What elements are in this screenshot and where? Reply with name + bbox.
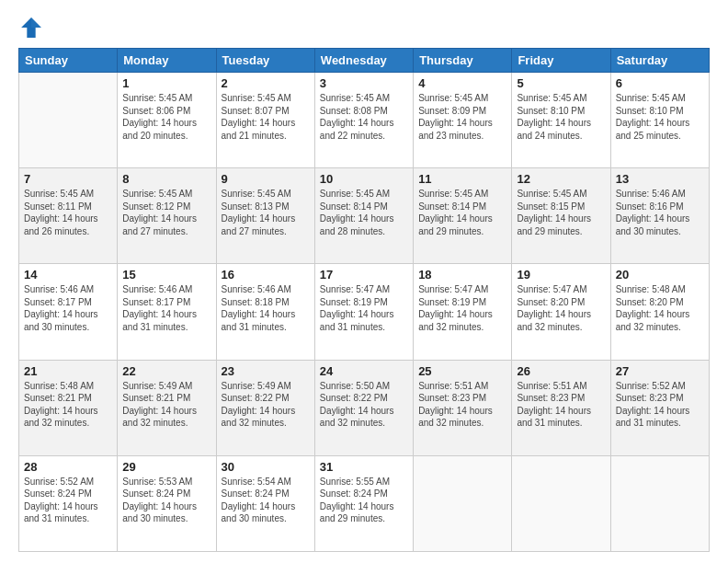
day-number: 14 (24, 268, 112, 282)
calendar-cell: 23Sunrise: 5:49 AMSunset: 8:22 PMDayligh… (216, 360, 314, 455)
day-header-wednesday: Wednesday (314, 49, 413, 73)
calendar-cell: 30Sunrise: 5:54 AMSunset: 8:24 PMDayligh… (216, 455, 314, 551)
calendar-cell: 1Sunrise: 5:45 AMSunset: 8:06 PMDaylight… (118, 73, 216, 168)
day-number: 23 (222, 364, 310, 378)
logo (18, 15, 48, 40)
svg-marker-1 (31, 17, 41, 28)
calendar-cell: 11Sunrise: 5:45 AMSunset: 8:14 PMDayligh… (414, 168, 512, 264)
cell-info: Sunrise: 5:45 AMSunset: 8:10 PMDaylight:… (517, 92, 605, 142)
day-number: 22 (122, 364, 210, 378)
cell-info: Sunrise: 5:47 AMSunset: 8:20 PMDaylight:… (517, 283, 605, 333)
cell-info: Sunrise: 5:45 AMSunset: 8:06 PMDaylight:… (122, 92, 210, 142)
day-number: 17 (320, 268, 408, 282)
day-number: 24 (320, 364, 408, 378)
calendar-cell: 18Sunrise: 5:47 AMSunset: 8:19 PMDayligh… (414, 264, 512, 360)
calendar-cell: 19Sunrise: 5:47 AMSunset: 8:20 PMDayligh… (512, 264, 610, 360)
day-number: 30 (222, 460, 310, 474)
cell-info: Sunrise: 5:52 AMSunset: 8:23 PMDaylight:… (616, 380, 704, 430)
cell-info: Sunrise: 5:47 AMSunset: 8:19 PMDaylight:… (320, 283, 408, 333)
day-number: 31 (320, 460, 408, 474)
calendar-week-row: 1Sunrise: 5:45 AMSunset: 8:06 PMDaylight… (19, 73, 710, 168)
calendar-cell (610, 455, 709, 551)
calendar-header-row: SundayMondayTuesdayWednesdayThursdayFrid… (19, 49, 710, 73)
day-number: 11 (418, 172, 506, 186)
day-number: 18 (418, 268, 506, 282)
calendar-cell: 28Sunrise: 5:52 AMSunset: 8:24 PMDayligh… (19, 455, 118, 551)
calendar-cell: 17Sunrise: 5:47 AMSunset: 8:19 PMDayligh… (314, 264, 413, 360)
cell-info: Sunrise: 5:46 AMSunset: 8:17 PMDaylight:… (122, 283, 210, 333)
day-number: 1 (122, 76, 210, 90)
cell-info: Sunrise: 5:45 AMSunset: 8:15 PMDaylight:… (517, 188, 605, 237)
calendar-table: SundayMondayTuesdayWednesdayThursdayFrid… (18, 48, 710, 552)
day-number: 6 (616, 76, 704, 90)
page: SundayMondayTuesdayWednesdayThursdayFrid… (0, 0, 728, 563)
calendar-cell: 21Sunrise: 5:48 AMSunset: 8:21 PMDayligh… (19, 360, 118, 455)
calendar-cell: 22Sunrise: 5:49 AMSunset: 8:21 PMDayligh… (118, 360, 216, 455)
calendar-cell: 12Sunrise: 5:45 AMSunset: 8:15 PMDayligh… (512, 168, 610, 264)
cell-info: Sunrise: 5:45 AMSunset: 8:12 PMDaylight:… (122, 188, 210, 237)
day-number: 5 (517, 76, 605, 90)
day-number: 13 (616, 172, 704, 186)
day-number: 12 (517, 172, 605, 186)
calendar-cell: 7Sunrise: 5:45 AMSunset: 8:11 PMDaylight… (19, 168, 118, 264)
day-header-thursday: Thursday (414, 49, 512, 73)
calendar-cell (19, 73, 118, 168)
day-number: 20 (616, 268, 704, 282)
calendar-cell: 20Sunrise: 5:48 AMSunset: 8:20 PMDayligh… (610, 264, 709, 360)
calendar-cell: 15Sunrise: 5:46 AMSunset: 8:17 PMDayligh… (118, 264, 216, 360)
calendar-week-row: 21Sunrise: 5:48 AMSunset: 8:21 PMDayligh… (19, 360, 710, 455)
calendar-cell: 25Sunrise: 5:51 AMSunset: 8:23 PMDayligh… (414, 360, 512, 455)
day-number: 2 (222, 76, 310, 90)
calendar-cell: 31Sunrise: 5:55 AMSunset: 8:24 PMDayligh… (314, 455, 413, 551)
cell-info: Sunrise: 5:51 AMSunset: 8:23 PMDaylight:… (517, 380, 605, 430)
cell-info: Sunrise: 5:51 AMSunset: 8:23 PMDaylight:… (418, 380, 506, 430)
day-number: 9 (222, 172, 310, 186)
cell-info: Sunrise: 5:46 AMSunset: 8:18 PMDaylight:… (222, 283, 310, 333)
cell-info: Sunrise: 5:48 AMSunset: 8:20 PMDaylight:… (616, 283, 704, 333)
cell-info: Sunrise: 5:45 AMSunset: 8:09 PMDaylight:… (418, 92, 506, 142)
cell-info: Sunrise: 5:45 AMSunset: 8:07 PMDaylight:… (222, 92, 310, 142)
calendar-cell: 29Sunrise: 5:53 AMSunset: 8:24 PMDayligh… (118, 455, 216, 551)
calendar-week-row: 28Sunrise: 5:52 AMSunset: 8:24 PMDayligh… (19, 455, 710, 551)
cell-info: Sunrise: 5:52 AMSunset: 8:24 PMDaylight:… (24, 476, 112, 525)
cell-info: Sunrise: 5:50 AMSunset: 8:22 PMDaylight:… (320, 380, 408, 430)
header (18, 15, 710, 40)
day-number: 15 (122, 268, 210, 282)
day-number: 4 (418, 76, 506, 90)
day-number: 25 (418, 364, 506, 378)
calendar-cell: 24Sunrise: 5:50 AMSunset: 8:22 PMDayligh… (314, 360, 413, 455)
calendar-cell: 3Sunrise: 5:45 AMSunset: 8:08 PMDaylight… (314, 73, 413, 168)
cell-info: Sunrise: 5:45 AMSunset: 8:14 PMDaylight:… (418, 188, 506, 237)
calendar-cell: 10Sunrise: 5:45 AMSunset: 8:14 PMDayligh… (314, 168, 413, 264)
calendar-cell: 14Sunrise: 5:46 AMSunset: 8:17 PMDayligh… (19, 264, 118, 360)
calendar-cell: 13Sunrise: 5:46 AMSunset: 8:16 PMDayligh… (610, 168, 709, 264)
cell-info: Sunrise: 5:46 AMSunset: 8:17 PMDaylight:… (24, 283, 112, 333)
day-number: 29 (122, 460, 210, 474)
cell-info: Sunrise: 5:54 AMSunset: 8:24 PMDaylight:… (222, 476, 310, 525)
day-number: 7 (24, 172, 112, 186)
cell-info: Sunrise: 5:55 AMSunset: 8:24 PMDaylight:… (320, 476, 408, 525)
cell-info: Sunrise: 5:47 AMSunset: 8:19 PMDaylight:… (418, 283, 506, 333)
calendar-cell (512, 455, 610, 551)
day-number: 27 (616, 364, 704, 378)
calendar-cell: 6Sunrise: 5:45 AMSunset: 8:10 PMDaylight… (610, 73, 709, 168)
day-number: 16 (222, 268, 310, 282)
calendar-cell: 2Sunrise: 5:45 AMSunset: 8:07 PMDaylight… (216, 73, 314, 168)
cell-info: Sunrise: 5:45 AMSunset: 8:10 PMDaylight:… (616, 92, 704, 142)
logo-icon (18, 15, 44, 40)
day-number: 10 (320, 172, 408, 186)
day-number: 19 (517, 268, 605, 282)
cell-info: Sunrise: 5:48 AMSunset: 8:21 PMDaylight:… (24, 380, 112, 430)
calendar-cell: 8Sunrise: 5:45 AMSunset: 8:12 PMDaylight… (118, 168, 216, 264)
day-header-monday: Monday (118, 49, 216, 73)
calendar-cell: 16Sunrise: 5:46 AMSunset: 8:18 PMDayligh… (216, 264, 314, 360)
cell-info: Sunrise: 5:53 AMSunset: 8:24 PMDaylight:… (122, 476, 210, 525)
calendar-cell: 26Sunrise: 5:51 AMSunset: 8:23 PMDayligh… (512, 360, 610, 455)
calendar-cell: 5Sunrise: 5:45 AMSunset: 8:10 PMDaylight… (512, 73, 610, 168)
day-number: 3 (320, 76, 408, 90)
day-header-saturday: Saturday (610, 49, 709, 73)
cell-info: Sunrise: 5:46 AMSunset: 8:16 PMDaylight:… (616, 188, 704, 237)
day-header-sunday: Sunday (19, 49, 118, 73)
cell-info: Sunrise: 5:49 AMSunset: 8:21 PMDaylight:… (122, 380, 210, 430)
calendar-cell: 4Sunrise: 5:45 AMSunset: 8:09 PMDaylight… (414, 73, 512, 168)
